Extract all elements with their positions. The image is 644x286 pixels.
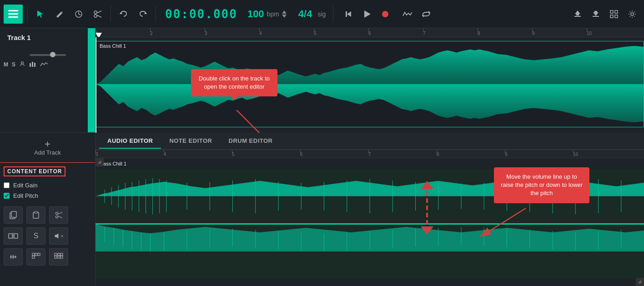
tooltip-double-click: Double click on the track to open the co… <box>191 69 277 96</box>
play-button[interactable] <box>359 6 375 22</box>
select-tool-button[interactable] <box>32 6 49 22</box>
bpm-label: bpm <box>267 10 279 18</box>
tool-grid-snap-button[interactable] <box>26 248 45 266</box>
tool-stretch-button[interactable]: S <box>26 227 45 245</box>
tool-quantize-button[interactable] <box>4 248 23 266</box>
export-button[interactable] <box>569 6 586 22</box>
redo-button[interactable] <box>135 6 151 22</box>
svg-rect-38 <box>14 234 18 238</box>
editor-ruler-3: 3 <box>96 150 98 158</box>
divider-3 <box>156 6 156 22</box>
automation-track-button[interactable] <box>40 61 48 68</box>
svg-rect-37 <box>9 234 12 238</box>
svg-rect-46 <box>35 253 37 256</box>
pitch-divider-line[interactable] <box>96 224 644 225</box>
tool-cut-button[interactable] <box>49 206 68 224</box>
timeline-top[interactable]: 1 2 3 4 5 6 7 8 9 10 Bass Chill 1 <box>96 28 644 133</box>
grid-settings-button[interactable] <box>606 6 622 22</box>
menu-button[interactable] <box>4 5 23 24</box>
bpm-stepper[interactable] <box>282 10 287 18</box>
main-waveform-clip[interactable]: Bass Chill 1 <box>96 41 644 127</box>
tool-settings2-button[interactable] <box>49 248 68 266</box>
import-button[interactable] <box>588 6 604 22</box>
editor-content[interactable]: 3 4 5 6 7 8 9 10 Bass Chill 1 <box>96 150 644 286</box>
settings-button[interactable] <box>624 6 640 22</box>
svg-line-3 <box>79 14 80 15</box>
tool-split-button[interactable] <box>4 227 23 245</box>
corner-handle-tl[interactable] <box>96 158 104 166</box>
eq-button[interactable] <box>29 61 36 68</box>
edit-gain-checkbox[interactable] <box>4 182 10 188</box>
skip-back-button[interactable] <box>341 6 357 22</box>
svg-marker-12 <box>364 10 371 18</box>
svg-point-34 <box>56 216 58 218</box>
edit-gain-label: Edit Gain <box>13 182 37 189</box>
transport-controls <box>341 6 393 22</box>
svg-rect-48 <box>38 253 40 256</box>
tab-note-editor[interactable]: NOTE EDITOR <box>161 134 220 149</box>
mute-button[interactable]: M <box>4 61 8 68</box>
svg-rect-45 <box>32 253 35 256</box>
tool-copy-button[interactable] <box>4 206 23 224</box>
tool-mute-clip-button[interactable]: × <box>49 227 68 245</box>
svg-marker-17 <box>575 10 580 15</box>
record-button[interactable] <box>377 6 393 22</box>
editor-ruler-4: 4 <box>164 150 166 158</box>
svg-rect-16 <box>574 16 581 17</box>
svg-point-33 <box>56 212 58 215</box>
volume-slider-thumb[interactable] <box>50 52 55 57</box>
svg-marker-19 <box>593 11 599 16</box>
content-editor-panel: CONTENT EDITOR Edit Gain Edit Pitch <box>0 162 95 286</box>
svg-rect-26 <box>30 63 31 67</box>
ruler-mark-10: 10 <box>587 28 592 37</box>
clip-label-top: Bass Chill 1 <box>100 43 126 49</box>
main-track-area[interactable]: Bass Chill 1 <box>96 37 644 133</box>
record-arm-button[interactable] <box>19 60 25 68</box>
tab-audio-editor[interactable]: AUDIO EDITOR <box>99 134 161 149</box>
toolbar: 00:00.000 100 bpm 4/4 sig <box>0 0 644 28</box>
lower-waveform-svg <box>96 224 644 279</box>
loop-button[interactable] <box>418 6 434 22</box>
track-color-bar <box>88 28 95 132</box>
svg-line-36 <box>58 216 62 218</box>
add-track-button[interactable]: + Add Track <box>0 133 95 162</box>
editor-ruler-6: 6 <box>300 150 303 158</box>
svg-point-24 <box>631 13 634 15</box>
pencil-tool-button[interactable] <box>51 6 68 22</box>
undo-button[interactable] <box>116 6 132 22</box>
divider-1 <box>27 6 28 22</box>
volume-slider[interactable] <box>30 54 66 56</box>
ruler-mark-2: 2 <box>150 28 153 37</box>
automation-button[interactable] <box>399 6 415 22</box>
tab-drum-editor[interactable]: DRUM EDITOR <box>221 134 281 149</box>
add-track-label: Add Track <box>34 149 61 156</box>
ruler-mark-8: 8 <box>478 28 480 37</box>
corner-handle-br[interactable] <box>636 278 644 286</box>
tool-paste-button[interactable] <box>26 206 45 224</box>
scissors-tool-button[interactable] <box>90 6 106 22</box>
svg-rect-51 <box>60 253 63 256</box>
edit-pitch-option: Edit Pitch <box>4 192 91 199</box>
tool-grid: S × <box>4 206 91 266</box>
arrow-down-icon <box>421 226 433 235</box>
svg-rect-30 <box>11 211 16 217</box>
bpm-down-arrow[interactable] <box>282 15 287 18</box>
edit-pitch-checkbox[interactable] <box>4 193 10 199</box>
svg-line-35 <box>58 212 62 214</box>
clock-tool-button[interactable] <box>70 6 87 22</box>
tooltip-double-click-text: Double click on the track to open the co… <box>199 75 270 90</box>
svg-rect-50 <box>58 253 60 256</box>
editor-ruler-5: 5 <box>232 150 235 158</box>
add-track-plus-icon: + <box>45 139 50 149</box>
editor-track-area[interactable]: Bass Chill 1 <box>96 158 644 286</box>
arrow-up-icon <box>421 181 433 189</box>
playhead-marker[interactable] <box>96 33 102 37</box>
tooltip-pitch-text: Move the volume line up to raise the pit… <box>501 173 583 196</box>
main-waveform-svg <box>96 41 644 127</box>
bpm-up-arrow[interactable] <box>282 10 287 14</box>
ruler-mark-7: 7 <box>423 28 426 37</box>
tooltip-pitch: Move the volume line up to raise the pit… <box>494 167 589 203</box>
time-sig-value: 4/4 <box>298 8 312 20</box>
ruler-mark-4: 4 <box>259 28 262 37</box>
solo-button[interactable]: S <box>12 61 15 68</box>
